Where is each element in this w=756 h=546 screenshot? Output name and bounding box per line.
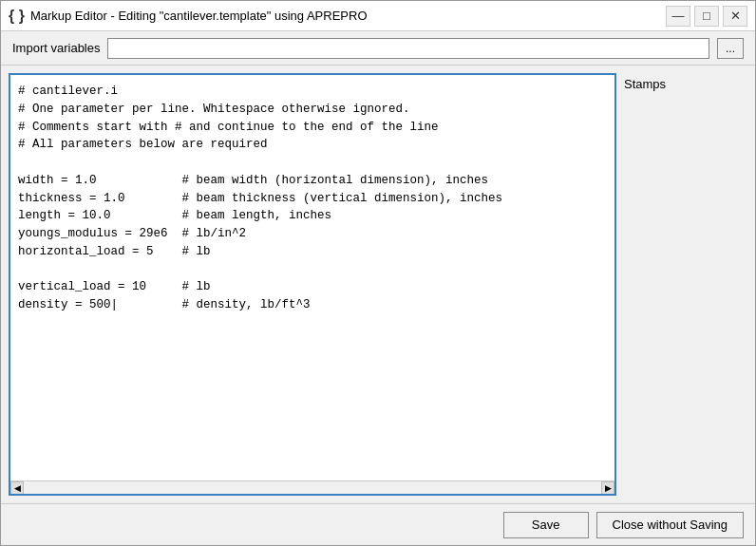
scrollbar-track [24,484,601,492]
maximize-button[interactable]: □ [694,6,719,27]
import-variables-label: Import variables [12,41,100,55]
window-title: Markup Editor - Editing "cantilever.temp… [30,9,666,23]
editor-panel: ◀ ▶ [9,73,616,496]
browse-button[interactable]: ... [717,38,744,59]
app-icon: { } [9,8,25,25]
save-button[interactable]: Save [503,512,589,538]
stamps-label: Stamps [624,73,747,95]
scroll-right-arrow[interactable]: ▶ [601,481,614,495]
minimize-button[interactable]: — [666,6,690,27]
close-without-saving-button[interactable]: Close without Saving [596,512,744,538]
import-variables-input[interactable] [107,38,709,59]
title-bar: { } Markup Editor - Editing "cantilever.… [1,1,755,31]
footer: Save Close without Saving [1,503,755,545]
close-button[interactable]: ✕ [723,6,747,27]
toolbar: Import variables ... [1,31,755,66]
editor-textarea[interactable] [10,75,614,480]
scroll-left-arrow[interactable]: ◀ [10,481,24,495]
window-controls: — □ ✕ [666,6,747,27]
horizontal-scrollbar[interactable]: ◀ ▶ [10,480,614,494]
main-window: { } Markup Editor - Editing "cantilever.… [0,0,756,546]
stamps-panel: Stamps [624,73,747,496]
main-content: ◀ ▶ Stamps [1,66,755,503]
